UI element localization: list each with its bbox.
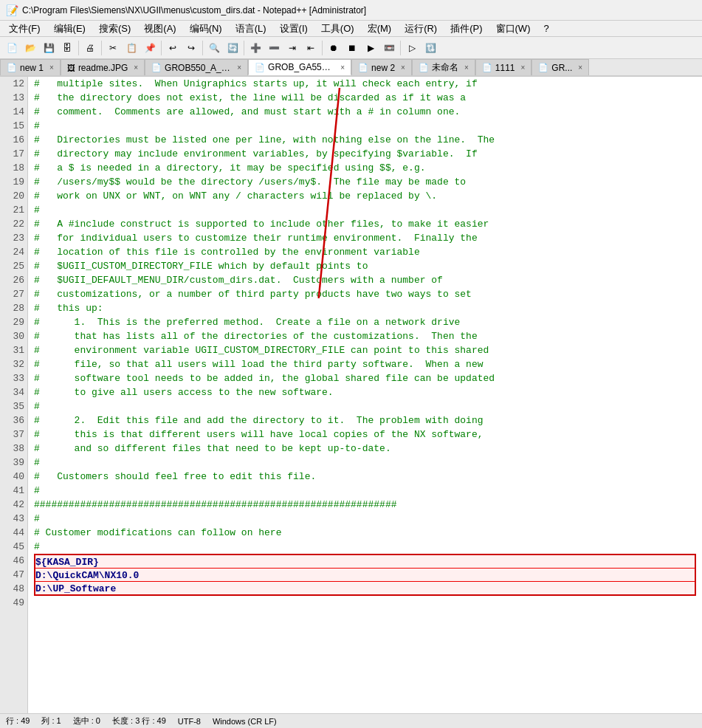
menu-item-a[interactable]: 视图(A) [138, 21, 182, 37]
tab-4[interactable]: 📄GROB_GA550_AB4.tcl× [248, 59, 351, 75]
toolbar-macro-save[interactable]: 📼 [380, 39, 398, 57]
menu-item-o[interactable]: 工具(O) [315, 21, 360, 37]
line-num-33: 33 [3, 371, 24, 385]
tab-1[interactable]: 📄new 1× [0, 59, 61, 75]
code-line-44: # Customer modifications can follow on h… [34, 526, 696, 540]
toolbar-sync[interactable]: 🔃 [421, 39, 439, 57]
editor[interactable]: 1213141516171819202122232425262728293031… [0, 77, 702, 728]
toolbar-sep2 [101, 41, 102, 55]
line-num-28: 28 [3, 301, 24, 315]
toolbar-zoom-in[interactable]: ➕ [247, 39, 264, 57]
tab-5[interactable]: 📄new 2× [351, 59, 412, 75]
code-line-18: # a $ is needed in a directory, it may b… [34, 161, 696, 175]
tab-label-1: new 1 [20, 63, 44, 73]
code-line-14: # comment. Comments are allowed, and mus… [34, 105, 696, 119]
code-line-22: # A #include construct is supported to i… [34, 217, 696, 231]
code-line-29: # 1. This is the preferred method. Creat… [34, 315, 696, 329]
menu-item-n[interactable]: 编码(N) [184, 21, 228, 37]
tab-close-3[interactable]: × [237, 63, 241, 72]
toolbar-macro-rec[interactable]: ⏺ [325, 39, 343, 57]
line-num-31: 31 [3, 343, 24, 357]
line-num-26: 26 [3, 273, 24, 287]
line-num-48: 48 [3, 582, 24, 596]
tab-8[interactable]: 📄GR...× [531, 59, 589, 75]
menu-item-f[interactable]: 文件(F) [3, 21, 47, 37]
toolbar-cut[interactable]: ✂ [104, 39, 122, 57]
toolbar-indent[interactable]: ⇥ [283, 39, 301, 57]
menu-item-s[interactable]: 搜索(S) [93, 21, 137, 37]
line-num-21: 21 [3, 203, 24, 217]
toolbar-zoom-out[interactable]: ➖ [265, 39, 283, 57]
toolbar-copy[interactable]: 📋 [123, 39, 140, 57]
toolbar-print[interactable]: 🖨 [81, 39, 99, 57]
tab-close-8[interactable]: × [578, 63, 582, 72]
line-num-35: 35 [3, 399, 24, 413]
toolbar-paste[interactable]: 📌 [141, 39, 159, 57]
code-line-15: # [34, 119, 696, 133]
title-bar: 📝 C:\Program Files\Siemens\NX\UGII\menus… [0, 0, 702, 21]
code-line-16: # Directories must be listed one per lin… [34, 133, 696, 147]
tab-7[interactable]: 📄1111× [475, 59, 532, 75]
toolbar-run[interactable]: ▷ [403, 39, 421, 57]
code-line-47: D:\QuickCAM\NX10.0 [34, 568, 696, 582]
line-num-22: 22 [3, 217, 24, 231]
tab-3[interactable]: 📄GROB550_A_B_siemens.pu...× [145, 59, 248, 75]
tab-close-7[interactable]: × [521, 63, 526, 72]
tab-close-5[interactable]: × [401, 63, 405, 72]
title-text: C:\Program Files\Siemens\NX\UGII\menus\c… [22, 5, 366, 16]
tab-icon-1: 📄 [7, 63, 17, 72]
tab-label-5: new 2 [371, 63, 395, 73]
tab-label-6: 未命名 [432, 61, 458, 74]
code-content[interactable]: # multiple sites. When Unigraphics start… [28, 77, 702, 728]
toolbar-replace[interactable]: 🔄 [224, 39, 241, 57]
line-num-45: 45 [3, 540, 24, 554]
toolbar-macro-stop[interactable]: ⏹ [343, 39, 361, 57]
line-num-14: 14 [3, 105, 24, 119]
toolbar-find[interactable]: 🔍 [205, 39, 223, 57]
menu-item-e[interactable]: 编辑(E) [48, 21, 92, 37]
line-num-36: 36 [3, 413, 24, 427]
menu-item-w[interactable]: 窗口(W) [490, 21, 537, 37]
menu-item-[interactable]: ? [537, 21, 554, 35]
menu-item-l[interactable]: 语言(L) [230, 21, 272, 37]
toolbar-new[interactable]: 📄 [3, 39, 21, 57]
toolbar-open[interactable]: 📂 [21, 39, 39, 57]
tab-label-7: 1111 [495, 63, 515, 73]
tab-6[interactable]: 📄未命名× [412, 59, 475, 75]
toolbar-outdent[interactable]: ⇤ [302, 39, 320, 57]
code-line-27: # customizations, or a number of third p… [34, 287, 696, 301]
code-line-36: # 2. Edit this file and add the director… [34, 413, 696, 427]
line-num-43: 43 [3, 512, 24, 526]
tab-icon-4: 📄 [255, 63, 265, 72]
toolbar-save[interactable]: 💾 [40, 39, 58, 57]
tab-close-2[interactable]: × [134, 63, 138, 72]
code-line-23: # for individual users to customize thei… [34, 231, 696, 245]
line-num-30: 30 [3, 329, 24, 343]
code-line-37: # this is that different users will have… [34, 427, 696, 442]
menu-item-m[interactable]: 宏(M) [362, 21, 398, 37]
tab-close-1[interactable]: × [49, 63, 54, 72]
menu-item-p[interactable]: 插件(P) [444, 21, 488, 37]
code-line-34: # to give all users access to the new so… [34, 385, 696, 399]
main-container: 1213141516171819202122232425262728293031… [0, 77, 702, 728]
line-num-15: 15 [3, 119, 24, 133]
tab-close-6[interactable]: × [464, 63, 469, 72]
toolbar-macro-play[interactable]: ▶ [362, 39, 379, 57]
tab-label-2: readme.JPG [78, 63, 128, 73]
code-line-43: # [34, 512, 696, 526]
toolbar-sep5 [244, 41, 244, 55]
line-num-18: 18 [3, 161, 24, 175]
tab-2[interactable]: 🖼readme.JPG× [61, 59, 145, 75]
toolbar-saveall[interactable]: 🗄 [58, 39, 76, 57]
menu-item-r[interactable]: 运行(R) [399, 21, 443, 37]
tab-close-4[interactable]: × [340, 63, 345, 72]
code-line-12: # multiple sites. When Unigraphics start… [34, 77, 696, 91]
status-line: 行 : 49 [6, 715, 30, 727]
code-line-20: # work on UNX or WNT, on WNT any / chara… [34, 189, 696, 203]
code-line-26: # $UGII_DEFAULT_MENU_DIR/custom_dirs.dat… [34, 273, 696, 287]
line-num-34: 34 [3, 385, 24, 399]
tab-label-3: GROB550_A_B_siemens.pu... [165, 63, 231, 73]
toolbar-undo[interactable]: ↩ [164, 39, 182, 57]
menu-item-i[interactable]: 设置(I) [274, 21, 314, 37]
toolbar-redo[interactable]: ↪ [182, 39, 200, 57]
